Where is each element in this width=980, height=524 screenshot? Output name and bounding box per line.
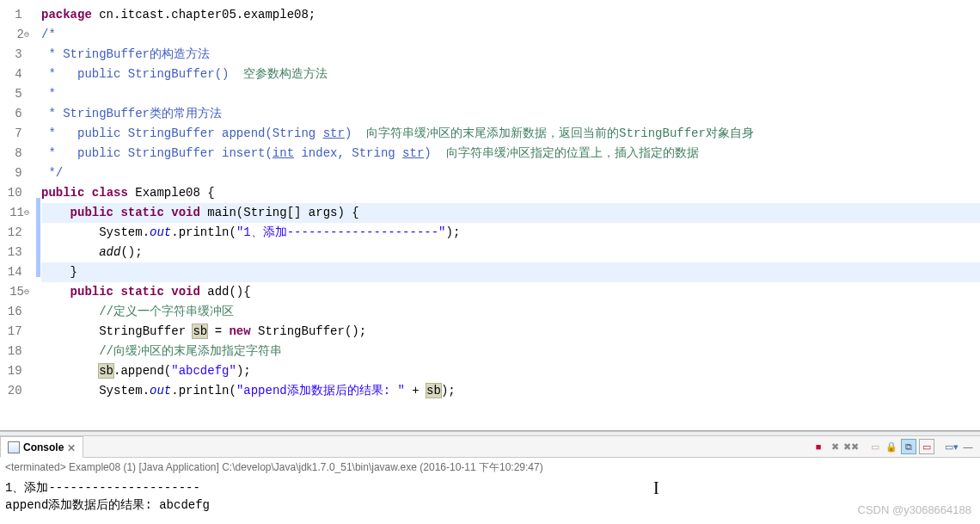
pin-console-icon[interactable]: ⧉: [901, 439, 916, 454]
console-icon: [8, 441, 20, 453]
code-editor[interactable]: 1 2⊖ 3 4 5 6 7 8 9 10 11⊖ 12 13 14 15⊖ 1…: [0, 0, 980, 431]
remove-all-icon[interactable]: ✖✖: [844, 440, 858, 453]
clear-console-icon[interactable]: ▭: [868, 440, 882, 453]
watermark: CSDN @y3068664188: [858, 502, 971, 519]
fold-icon[interactable]: ⊖: [24, 208, 29, 218]
console-output[interactable]: 1、添加--------------------- append添加数据后的结果…: [0, 478, 980, 522]
open-console-icon[interactable]: ▭▾: [945, 440, 959, 453]
terminate-icon[interactable]: ■: [812, 440, 825, 453]
console-tab[interactable]: Console ⨯: [0, 436, 83, 458]
text-cursor: I: [653, 479, 659, 496]
console-tabbar: Console ⨯ ■ ✖ ✖✖ ▭ 🔒 ⧉ ▭ ▭▾ —: [0, 436, 980, 458]
fold-icon[interactable]: ⊖: [24, 287, 29, 297]
console-toolbar: ■ ✖ ✖✖ ▭ 🔒 ⧉ ▭ ▭▾ —: [812, 439, 980, 454]
fold-icon[interactable]: ⊖: [24, 30, 29, 40]
line-number-gutter: 1 2⊖ 3 4 5 6 7 8 9 10 11⊖ 12 13 14 15⊖ 1…: [0, 0, 36, 430]
console-line: append添加数据后的结果: abcdefg: [5, 496, 975, 514]
code-area[interactable]: package cn.itcast.chapter05.example08; /…: [36, 0, 980, 401]
remove-launch-icon[interactable]: ✖: [828, 440, 842, 453]
close-icon[interactable]: ⨯: [67, 441, 76, 453]
console-line: 1、添加---------------------: [5, 479, 975, 496]
minimize-icon[interactable]: —: [961, 440, 975, 453]
console-tab-label: Console: [23, 441, 64, 453]
console-process-header: <terminated> Example08 (1) [Java Applica…: [0, 458, 980, 478]
scroll-lock-icon[interactable]: 🔒: [885, 440, 898, 453]
display-selected-console-icon[interactable]: ▭: [919, 439, 934, 454]
